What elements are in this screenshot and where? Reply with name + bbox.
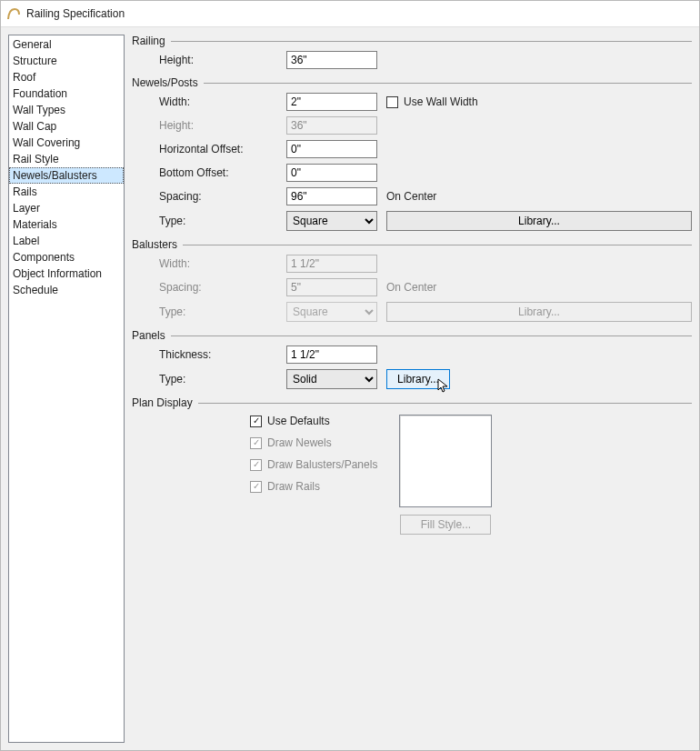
sidebar-item[interactable]: Object Information <box>9 265 124 282</box>
group-title-newels: Newels/Posts <box>132 76 198 89</box>
sidebar-item[interactable]: Rails <box>9 184 124 200</box>
group-title-railing: Railing <box>132 35 165 47</box>
use-defaults-checkbox[interactable]: ✓ Use Defaults <box>250 415 377 427</box>
draw-newels-label: Draw Newels <box>267 436 332 449</box>
sidebar-item[interactable]: Roof <box>9 69 124 85</box>
newels-width-label: Width: <box>159 95 277 108</box>
separator <box>198 403 692 404</box>
sidebar-item[interactable]: Schedule <box>9 282 124 298</box>
newels-spacing-label: Spacing: <box>159 190 277 203</box>
draw-rails-label: Draw Rails <box>267 480 320 493</box>
sidebar-item[interactable]: Components <box>9 249 124 265</box>
railing-height-input[interactable] <box>286 51 377 69</box>
sidebar-item[interactable]: Wall Types <box>9 102 124 118</box>
newels-boff-label: Bottom Offset: <box>159 166 277 179</box>
group-panels: Panels Thickness: Type: Solid Library... <box>132 329 692 389</box>
checkbox-box <box>386 96 398 108</box>
railing-icon <box>6 6 21 21</box>
group-balusters: Balusters Width: Spacing: On Center Type… <box>132 238 692 322</box>
checkbox-box: ✓ <box>250 459 262 471</box>
balusters-spacing-after: On Center <box>386 281 692 294</box>
railing-height-label: Height: <box>159 54 277 66</box>
use-wall-width-label: Use Wall Width <box>404 95 478 108</box>
checkbox-box: ✓ <box>250 437 262 449</box>
draw-newels-checkbox: ✓ Draw Newels <box>250 436 377 449</box>
sidebar-item[interactable]: Foundation <box>9 85 124 102</box>
sidebar-item[interactable]: General <box>9 36 124 53</box>
panels-thickness-label: Thickness: <box>159 348 277 361</box>
separator <box>171 335 692 336</box>
separator <box>171 41 692 42</box>
sidebar-item[interactable]: Materials <box>9 216 124 233</box>
newels-hoff-label: Horizontal Offset: <box>159 143 277 155</box>
newels-height-input <box>286 116 377 135</box>
use-wall-width-checkbox[interactable]: Use Wall Width <box>386 95 692 108</box>
group-title-plan: Plan Display <box>132 396 193 409</box>
sidebar-item[interactable]: Wall Covering <box>9 135 124 151</box>
sidebar[interactable]: GeneralStructureRoofFoundationWall Types… <box>8 35 125 743</box>
sidebar-item[interactable]: Rail Style <box>9 151 124 167</box>
dialog-title: Railing Specification <box>26 7 125 20</box>
balusters-width-label: Width: <box>159 257 277 270</box>
group-plan-display: Plan Display ✓ Use Defaults ✓ Draw Newel… <box>132 396 692 535</box>
balusters-library-button: Library... <box>386 302 692 322</box>
separator <box>183 245 692 245</box>
newels-type-combo[interactable]: Square <box>286 211 377 231</box>
group-title-panels: Panels <box>132 329 165 342</box>
panels-library-button[interactable]: Library... <box>386 369 450 389</box>
balusters-spacing-input <box>286 278 377 296</box>
newels-spacing-after: On Center <box>386 190 692 203</box>
panels-thickness-input[interactable] <box>286 345 377 364</box>
dialog-window: Railing Specification GeneralStructureRo… <box>0 0 700 751</box>
group-newels: Newels/Posts Width: Use Wall Width Heigh… <box>132 76 692 231</box>
draw-balusters-checkbox: ✓ Draw Balusters/Panels <box>250 458 377 471</box>
group-title-balusters: Balusters <box>132 238 177 251</box>
balusters-width-input <box>286 255 377 273</box>
fill-style-button: Fill Style... <box>400 515 491 535</box>
content-panel: Railing Height: Newels/Posts Width: <box>132 35 692 743</box>
newels-hoff-input[interactable] <box>286 140 377 158</box>
checkbox-box: ✓ <box>250 416 262 427</box>
dialog-body: GeneralStructureRoofFoundationWall Types… <box>1 27 699 750</box>
group-railing: Railing Height: <box>132 35 692 69</box>
newels-type-label: Type: <box>159 215 277 227</box>
newels-width-input[interactable] <box>286 93 377 111</box>
balusters-type-label: Type: <box>159 305 277 318</box>
separator <box>204 83 692 84</box>
newels-library-button[interactable]: Library... <box>386 211 692 231</box>
sidebar-item[interactable]: Wall Cap <box>9 118 124 135</box>
sidebar-item[interactable]: Label <box>9 233 124 249</box>
newels-height-label: Height: <box>159 119 277 132</box>
sidebar-item[interactable]: Newels/Balusters <box>9 167 124 184</box>
balusters-type-combo: Square <box>286 302 377 322</box>
checkbox-box: ✓ <box>250 481 262 493</box>
draw-balusters-label: Draw Balusters/Panels <box>267 458 377 471</box>
newels-boff-input[interactable] <box>286 164 377 182</box>
panels-type-combo[interactable]: Solid <box>286 369 377 389</box>
panels-type-label: Type: <box>159 373 277 386</box>
draw-rails-checkbox: ✓ Draw Rails <box>250 480 377 493</box>
plan-preview-swatch <box>399 415 492 507</box>
balusters-spacing-label: Spacing: <box>159 281 277 294</box>
sidebar-item[interactable]: Layer <box>9 200 124 216</box>
use-defaults-label: Use Defaults <box>267 415 330 427</box>
newels-spacing-input[interactable] <box>286 187 377 205</box>
titlebar: Railing Specification <box>1 1 699 27</box>
sidebar-item[interactable]: Structure <box>9 53 124 69</box>
